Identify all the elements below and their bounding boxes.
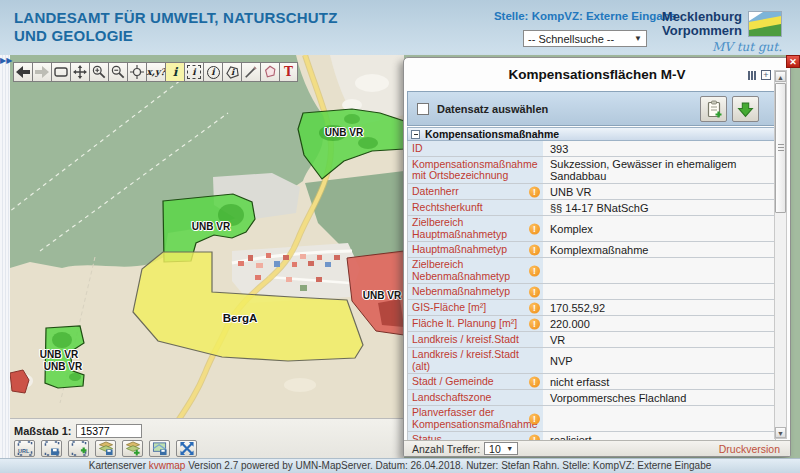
attribute-table: ID393Kompensationsmaßnahme mit Ortsbezei… [407, 141, 776, 442]
extent-add-button[interactable] [68, 440, 89, 457]
status-bar: Kartenserver kvwmap Version 2.7 powered … [0, 458, 800, 473]
field-label: Planverfasser der Kompensationsmaßnahme! [408, 406, 543, 431]
field-value: Vorpommersches Flachland [543, 390, 775, 405]
expand-all-icon[interactable]: + [761, 70, 771, 80]
full-extent-icon [54, 66, 68, 78]
table-row: Rechtsherkunft§§ 14-17 BNatSchG [408, 200, 775, 216]
map-area-label: UNB VR [192, 221, 230, 232]
measure-button[interactable] [241, 62, 260, 82]
field-label: Zielbereich Nebenmaßnahmetyp! [408, 258, 543, 283]
collapse-section-icon[interactable] [411, 130, 420, 139]
map-area-label: BergA [223, 312, 258, 324]
hits-count-select[interactable]: 10 ▼ [484, 442, 518, 455]
panel-footer: Anzahl Treffer: 10 ▼ Druckversion [404, 440, 790, 456]
text-tool-button[interactable]: T [279, 62, 298, 82]
info-polygon-button[interactable]: i [222, 62, 241, 82]
scale-label: Maßstab 1: [14, 425, 71, 437]
svg-text:i: i [230, 67, 234, 77]
pan-icon [73, 65, 87, 79]
field-label: Fläche lt. Planung [m²]! [408, 316, 543, 331]
table-row: GIS-Fläche [m²]!170.552,92 [408, 300, 775, 316]
warning-icon[interactable]: ! [529, 318, 540, 329]
field-label: Nebenmaßnahmetyp! [408, 284, 543, 299]
expand-legend-icon[interactable]: ▶▶ [0, 56, 10, 65]
section-header[interactable]: Kompensationsmaßnahme [407, 127, 776, 141]
map-area-label: UNB VR [363, 290, 401, 301]
warning-icon[interactable]: ! [529, 302, 540, 313]
extent-save-button[interactable] [41, 440, 62, 457]
field-label: Kompensationsmaßnahme mit Ortsbezeichnun… [408, 157, 543, 183]
table-row: Landkreis / kreisf.Stadt (alt)NVP [408, 348, 775, 374]
zoom-out-button[interactable] [108, 62, 127, 82]
polygon-select-button[interactable] [260, 62, 279, 82]
extent-url-button[interactable]: URL [14, 440, 35, 457]
table-row: Planverfasser der Kompensationsmaßnahme! [408, 406, 775, 432]
coordinate-query-button[interactable]: x,y? [146, 62, 165, 82]
warning-icon[interactable]: ! [529, 286, 540, 297]
map-bottom-bar: Maßstab 1: URL [0, 418, 404, 458]
select-bar: Datensatz auswählen [407, 91, 776, 126]
dashed-select-icon: i [187, 65, 201, 79]
info-circle-icon: i [207, 66, 220, 79]
field-value: 393 [543, 141, 775, 156]
print-version-link[interactable]: Druckversion [719, 443, 780, 455]
chevron-down-icon: ▼ [506, 445, 513, 452]
info-polygon-icon: i [225, 65, 240, 80]
map-toolbar: x,y? i i i i T [13, 62, 298, 82]
panel-scrollbar[interactable]: ▲ ▼ [774, 70, 787, 439]
field-label: Hauptmaßnahmetyp! [408, 242, 543, 257]
field-value: Sukzession, Gewässer in ehemaligem Sanda… [543, 157, 775, 183]
info-select-button[interactable]: i [184, 62, 203, 82]
info-button[interactable]: i [165, 62, 184, 82]
quick-search-select[interactable]: -- Schnellsuche -- ▼ [523, 30, 647, 47]
table-row: Stadt / Gemeinde!nicht erfasst [408, 374, 775, 390]
app-header: LANDESAMT FÜR UMWELT, NATURSCHUTZ UND GE… [0, 0, 800, 55]
forward-button[interactable] [32, 62, 51, 82]
table-row: Kompensationsmaßnahme mit Ortsbezeichnun… [408, 157, 775, 184]
scroll-up-icon[interactable]: ▲ [775, 71, 786, 82]
warning-icon[interactable]: ! [529, 376, 540, 387]
field-label: Landkreis / kreisf.Stadt [408, 332, 543, 347]
crosshair-icon [130, 65, 144, 79]
full-extent-button[interactable] [51, 62, 70, 82]
select-record-label: Datensatz auswählen [437, 103, 548, 115]
warning-icon[interactable]: ! [529, 186, 540, 197]
warning-icon[interactable]: ! [529, 265, 540, 276]
field-label: Landkreis / kreisf.Stadt (alt) [408, 348, 543, 373]
scrollbar-thumb[interactable] [775, 83, 786, 213]
center-button[interactable] [127, 62, 146, 82]
pan-button[interactable] [70, 62, 89, 82]
map-save-button[interactable] [149, 440, 170, 457]
layers-icon [125, 441, 141, 456]
table-row: Hauptmaßnahmetyp!Komplexmaßnahme [408, 242, 775, 258]
columns-icon[interactable] [748, 71, 757, 80]
warning-icon[interactable]: ! [529, 223, 540, 234]
field-value: UNB VR [543, 184, 775, 199]
measure-pen-icon [244, 65, 258, 79]
mv-flag-icon [748, 11, 782, 37]
panel-title: Kompensationsflächen M-V [404, 58, 790, 90]
zoom-in-button[interactable] [89, 62, 108, 82]
select-record-checkbox[interactable] [417, 103, 429, 115]
legend-collapsed-strip: ▶▶ [0, 55, 10, 458]
layers-add-button[interactable] [122, 440, 143, 457]
info-circle-button[interactable]: i [203, 62, 222, 82]
layers-save-button[interactable] [95, 440, 116, 457]
export-button[interactable] [732, 96, 759, 122]
copy-record-button[interactable] [700, 96, 727, 122]
warning-icon[interactable]: ! [529, 413, 540, 424]
back-button[interactable] [13, 62, 32, 82]
map-area-label: UNB VR [325, 127, 363, 138]
warning-icon[interactable]: ! [529, 244, 540, 255]
field-value: 170.552,92 [543, 300, 775, 315]
agency-title: LANDESAMT FÜR UMWELT, NATURSCHUTZ UND GE… [14, 9, 338, 45]
field-value [543, 284, 775, 299]
table-row: Zielbereich Nebenmaßnahmetyp! [408, 258, 775, 284]
table-row: Nebenmaßnahmetyp! [408, 284, 775, 300]
field-value: VR [543, 332, 775, 347]
scale-input[interactable] [76, 424, 142, 438]
close-panel-button[interactable]: ✕ [786, 55, 800, 68]
scroll-down-icon[interactable]: ▼ [775, 427, 786, 438]
maximize-button[interactable] [176, 440, 197, 457]
forward-arrow-icon [35, 66, 49, 78]
